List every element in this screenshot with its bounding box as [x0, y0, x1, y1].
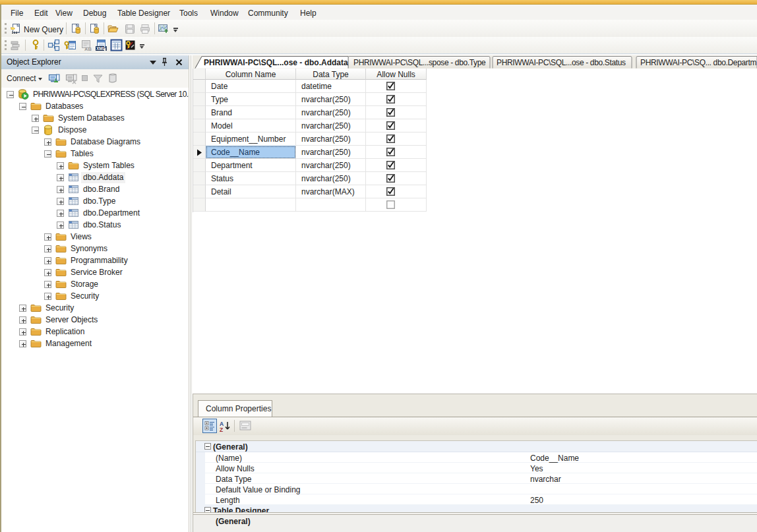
svg-text:Z: Z — [220, 427, 223, 432]
svg-text:AB: AB — [84, 46, 92, 52]
svg-text:XML: XML — [96, 46, 106, 51]
